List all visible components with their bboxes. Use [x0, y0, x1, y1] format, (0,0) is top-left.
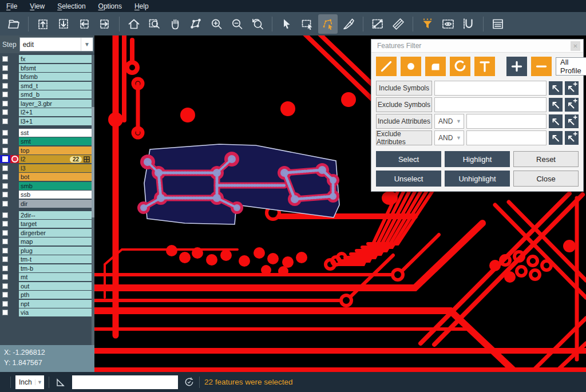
- open-folder-icon[interactable]: [4, 14, 23, 34]
- layer-name-label[interactable]: plug: [19, 247, 92, 255]
- layer-visibility-checkbox[interactable]: [2, 266, 8, 271]
- zoom-previous-icon[interactable]: [248, 14, 267, 34]
- home-view-icon[interactable]: [124, 14, 144, 34]
- active-layer-indicator[interactable]: [10, 300, 19, 308]
- layer-row-npt[interactable]: npt: [0, 300, 92, 308]
- active-layer-indicator[interactable]: [10, 73, 19, 81]
- pad-filter-icon[interactable]: [401, 57, 421, 76]
- layer-name-label[interactable]: fx: [19, 55, 92, 63]
- menu-selection[interactable]: Selection: [51, 0, 92, 12]
- active-layer-indicator[interactable]: [10, 117, 19, 125]
- grid-table-icon[interactable]: [84, 156, 90, 163]
- layer-row-via[interactable]: via: [0, 308, 92, 316]
- view-right-icon[interactable]: [95, 14, 114, 34]
- layer-row-l2-1[interactable]: l2+1: [0, 108, 92, 116]
- snap-icon[interactable]: [459, 14, 478, 34]
- select-rectangle-icon[interactable]: [298, 14, 317, 34]
- layer-name-label[interactable]: bot: [19, 173, 92, 181]
- active-layer-indicator[interactable]: [10, 282, 19, 290]
- features-filter-icon[interactable]: [418, 14, 437, 34]
- layer-name-label[interactable]: ssb: [19, 191, 92, 199]
- zoom-window-icon[interactable]: [145, 14, 164, 34]
- corner-angle-icon[interactable]: [55, 377, 66, 388]
- layer-name-label[interactable]: map: [19, 237, 92, 246]
- select-polygon-icon[interactable]: [318, 14, 338, 34]
- layer-visibility-checkbox[interactable]: [2, 101, 8, 106]
- layer-name-label[interactable]: l222: [19, 155, 92, 163]
- clear-selection-brush-icon[interactable]: [339, 14, 358, 34]
- layer-row-dirgerber[interactable]: dirgerber: [0, 229, 92, 237]
- layer-name-label[interactable]: top: [19, 146, 92, 155]
- layer-row-smb[interactable]: smb: [0, 182, 92, 190]
- active-layer-indicator[interactable]: [10, 137, 19, 145]
- layer-name-label[interactable]: target: [19, 220, 92, 228]
- layer-row-bfsmb[interactable]: bfsmb: [0, 73, 92, 81]
- profile-select[interactable]: All Profile▼: [556, 57, 586, 76]
- layer-visibility-checkbox[interactable]: [2, 256, 8, 262]
- add-filter-button[interactable]: [506, 57, 527, 76]
- include-symbols-pick-icon[interactable]: [549, 81, 563, 95]
- highlight-button[interactable]: Highlight: [445, 151, 510, 167]
- layer-name-label[interactable]: l3+1: [19, 117, 92, 125]
- menu-view[interactable]: View: [23, 0, 51, 12]
- active-layer-indicator[interactable]: [10, 211, 19, 219]
- ruler-icon[interactable]: [389, 14, 408, 34]
- exclude-attributes-input[interactable]: [466, 130, 547, 145]
- layer-name-label[interactable]: dirgerber: [19, 229, 92, 237]
- zoom-polygon-icon[interactable]: [186, 14, 205, 34]
- exclude-symbols-input[interactable]: [434, 97, 547, 112]
- layer-name-label[interactable]: layer_3.gbr: [19, 100, 92, 108]
- layer-visibility-checkbox[interactable]: [2, 212, 8, 218]
- layer-name-label[interactable]: bfsmt: [19, 64, 92, 72]
- layer-visibility-checkbox[interactable]: [2, 56, 8, 62]
- surface-filter-icon[interactable]: [425, 57, 446, 76]
- layer-row-l3-1[interactable]: l3+1: [0, 117, 92, 125]
- layer-name-label[interactable]: npt: [19, 300, 92, 308]
- sync-icon[interactable]: [184, 377, 195, 387]
- layer-row-top[interactable]: top: [0, 146, 92, 155]
- active-layer-indicator[interactable]: [10, 200, 19, 208]
- layer-visibility-checkbox[interactable]: [2, 310, 8, 315]
- unhighlight-button[interactable]: Unhighlight: [445, 171, 510, 187]
- layer-row-out[interactable]: out: [0, 282, 92, 290]
- layer-row-layer-3-gbr[interactable]: layer_3.gbr: [0, 100, 92, 108]
- layer-visibility-checkbox[interactable]: [2, 274, 8, 280]
- command-input[interactable]: [72, 375, 178, 389]
- active-layer-indicator[interactable]: [10, 191, 19, 199]
- active-layer-indicator[interactable]: [10, 220, 19, 228]
- layer-visibility-checkbox[interactable]: [2, 301, 8, 307]
- active-layer-indicator[interactable]: [10, 229, 19, 237]
- layer-visibility-checkbox[interactable]: [2, 221, 8, 227]
- active-layer-indicator[interactable]: [10, 108, 19, 116]
- pan-hand-icon[interactable]: [165, 14, 185, 34]
- reset-button[interactable]: Reset: [513, 151, 579, 167]
- active-layer-indicator[interactable]: [10, 64, 19, 72]
- active-layer-indicator[interactable]: [10, 82, 19, 90]
- step-select[interactable]: edit ▼: [19, 37, 93, 52]
- layer-visibility-checkbox[interactable]: [2, 165, 8, 171]
- layer-name-label[interactable]: tm-t: [19, 255, 92, 263]
- layer-name-label[interactable]: dir: [19, 200, 92, 208]
- active-layer-indicator[interactable]: [10, 247, 19, 255]
- layer-visibility-checkbox[interactable]: [2, 118, 8, 124]
- layer-row-sst[interactable]: sst: [0, 129, 92, 137]
- exclude-attributes-pick-icon[interactable]: [549, 131, 563, 145]
- layer-name-label[interactable]: pth: [19, 291, 92, 299]
- menu-options[interactable]: Options: [92, 0, 128, 12]
- active-layer-indicator[interactable]: [10, 173, 19, 181]
- unselect-button[interactable]: Unselect: [376, 171, 441, 187]
- active-layer-indicator[interactable]: [10, 155, 19, 163]
- include-symbols-input[interactable]: [434, 81, 547, 96]
- include-attributes-operator-select[interactable]: AND▼: [434, 114, 464, 129]
- layer-visibility-checkbox[interactable]: [2, 65, 8, 71]
- layer-row-plug[interactable]: plug: [0, 247, 92, 255]
- include-attributes-pick-add-icon[interactable]: [565, 114, 579, 128]
- select-button[interactable]: Select: [376, 151, 441, 167]
- close-button[interactable]: Close: [513, 171, 579, 187]
- layer-row-smt[interactable]: smt: [0, 137, 92, 145]
- layer-row-bfsmt[interactable]: bfsmt: [0, 64, 92, 72]
- layer-visibility-checkbox[interactable]: [2, 83, 8, 89]
- layer-visibility-checkbox[interactable]: [2, 201, 8, 207]
- exclude-symbols-pick-icon[interactable]: [549, 98, 563, 112]
- arc-filter-icon[interactable]: [450, 57, 470, 76]
